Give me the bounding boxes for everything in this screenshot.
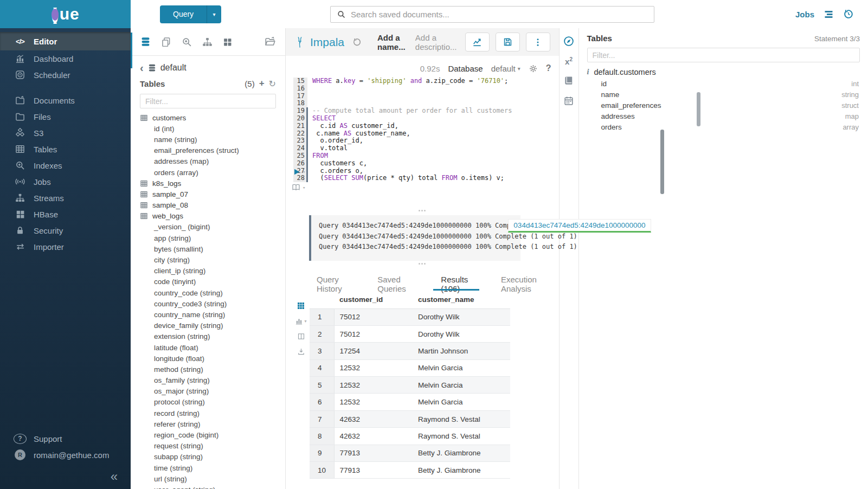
- sidebar-item-importer[interactable]: Importer: [0, 239, 131, 255]
- tree-column-item[interactable]: longitude (float): [140, 353, 285, 364]
- tables-filter-input[interactable]: [140, 94, 276, 108]
- tree-column-item[interactable]: name (string): [140, 134, 285, 145]
- chart-options-caret[interactable]: ▾: [304, 319, 306, 324]
- search-zoom-icon[interactable]: [181, 36, 192, 48]
- chart-view-icon[interactable]: ▾: [295, 317, 306, 325]
- add-table-icon[interactable]: +: [259, 78, 265, 89]
- jobs-list-icon[interactable]: [823, 9, 834, 20]
- sidebar-item-hbase[interactable]: HBase: [0, 206, 131, 222]
- tree-column-item[interactable]: app (string): [140, 233, 285, 243]
- tree-column-item[interactable]: country_code3 (string): [140, 298, 285, 309]
- code-line[interactable]: 22 c.name AS customer_name,: [293, 130, 559, 138]
- tree-column-item[interactable]: latitude (float): [140, 342, 285, 353]
- tree-column-item[interactable]: time (string): [140, 462, 285, 473]
- results-column-header[interactable]: customer_id: [334, 292, 413, 309]
- code-line[interactable]: 24 v.total: [293, 145, 559, 152]
- active-table-name[interactable]: default.customers: [594, 68, 655, 76]
- code-line[interactable]: 26 customers c,: [293, 160, 559, 168]
- tree-column-item[interactable]: client_ip (string): [140, 266, 285, 276]
- sidebar-item-streams[interactable]: Streams: [0, 190, 131, 206]
- tree-table-item[interactable]: sample_08: [140, 200, 285, 211]
- tree-column-item[interactable]: request (string): [140, 441, 285, 452]
- history-icon[interactable]: [843, 9, 854, 20]
- language-reference-icon[interactable]: [563, 75, 574, 86]
- sidebar-item-s3[interactable]: S3: [0, 125, 131, 141]
- columns-view-icon[interactable]: [297, 332, 305, 340]
- sidebar-item-scheduler[interactable]: Scheduler: [0, 67, 131, 83]
- new-query-button[interactable]: Query ▾: [160, 5, 221, 23]
- resize-handle-top[interactable]: [286, 208, 559, 214]
- tree-table-item[interactable]: k8s_logs: [140, 178, 285, 189]
- editor-scrollbar[interactable]: [660, 130, 664, 194]
- code-line[interactable]: 16: [293, 85, 559, 93]
- run-query-button[interactable]: ▾: [292, 168, 305, 176]
- sidebar-item-indexes[interactable]: Indexes: [0, 157, 131, 173]
- documents-source-icon[interactable]: [160, 36, 172, 48]
- info-icon[interactable]: i: [587, 68, 589, 76]
- databases-source-icon[interactable]: [140, 36, 151, 48]
- right-column-item[interactable]: idint: [587, 78, 860, 89]
- sitemap-icon[interactable]: [202, 36, 213, 48]
- code-line[interactable]: 23 o.order_id,: [293, 137, 559, 145]
- code-line[interactable]: 25FROM: [293, 152, 559, 160]
- sql-editor[interactable]: 15WHERE a.key = 'shipping' and a.zip_cod…: [286, 78, 559, 208]
- folder-open-icon[interactable]: [264, 36, 276, 48]
- code-line[interactable]: 18: [293, 100, 559, 107]
- tree-column-item[interactable]: url (string): [140, 473, 285, 484]
- sidebar-item-dashboard[interactable]: Dashboard: [0, 50, 131, 67]
- hue-logo[interactable]: ()ue: [51, 4, 79, 24]
- tree-column-item[interactable]: id (int): [140, 123, 285, 134]
- functions-icon[interactable]: x2: [565, 56, 573, 66]
- code-line[interactable]: 21 c.id AS customer_id,: [293, 123, 559, 130]
- global-search[interactable]: [330, 6, 654, 23]
- query-name-field[interactable]: Add a name...: [377, 33, 407, 52]
- query-id-link[interactable]: 034d413ec7474ed5:4249de1000000000: [508, 219, 651, 233]
- apps-grid-icon[interactable]: [222, 37, 233, 47]
- sidebar-item-tables[interactable]: Tables: [0, 141, 131, 157]
- sidebar-item-jobs[interactable]: Jobs: [0, 173, 131, 190]
- code-line[interactable]: 15WHERE a.key = 'shipping' and a.zip_cod…: [293, 78, 559, 85]
- grid-view-icon[interactable]: [297, 301, 305, 310]
- save-button[interactable]: [496, 33, 520, 52]
- resize-handle-bottom[interactable]: [286, 261, 559, 267]
- tree-column-item[interactable]: method (string): [140, 364, 285, 375]
- tree-column-item[interactable]: protocol (string): [140, 397, 285, 408]
- tab-saved-queries[interactable]: Saved Queries: [363, 269, 426, 292]
- sidebar-item-support[interactable]: ? Support: [0, 430, 131, 447]
- code-line[interactable]: 19-- Compute total amount per order for …: [293, 107, 559, 115]
- more-actions-button[interactable]: [526, 33, 550, 52]
- tree-column-item[interactable]: os_family (string): [140, 375, 285, 386]
- tree-table-item[interactable]: web_logs: [140, 211, 285, 222]
- tree-column-item[interactable]: city (string): [140, 254, 285, 265]
- download-icon[interactable]: [297, 348, 305, 356]
- right-column-item[interactable]: ordersarray: [587, 122, 860, 133]
- tree-column-item[interactable]: email_preferences (struct): [140, 145, 285, 156]
- sidebar-item-editor[interactable]: </>Editor: [0, 32, 131, 50]
- sidebar-item-files[interactable]: Files: [0, 108, 131, 125]
- schedule-icon[interactable]: [563, 95, 574, 106]
- database-breadcrumb[interactable]: ‹ default: [131, 56, 285, 73]
- tree-table-item[interactable]: sample_07: [140, 189, 285, 200]
- tab-query-history[interactable]: Query History: [302, 269, 363, 292]
- tree-column-item[interactable]: user_agent (string): [140, 484, 285, 489]
- tree-column-item[interactable]: os_major (string): [140, 386, 285, 397]
- help-icon[interactable]: ?: [546, 63, 551, 73]
- left-assist-scroll-indicator[interactable]: [131, 33, 132, 68]
- tree-column-item[interactable]: referer (string): [140, 419, 285, 429]
- query-button-label[interactable]: Query: [160, 5, 207, 23]
- results-column-header[interactable]: customer_name: [413, 292, 510, 309]
- jobs-link[interactable]: Jobs: [795, 10, 814, 19]
- tree-column-item[interactable]: bytes (smallint): [140, 243, 285, 254]
- active-table-entry[interactable]: i default.customers: [587, 68, 860, 76]
- chevron-left-icon[interactable]: ‹: [140, 64, 144, 72]
- database-name[interactable]: default: [160, 63, 187, 73]
- settings-gear-icon[interactable]: [529, 64, 538, 73]
- tree-column-item[interactable]: subapp (string): [140, 452, 285, 462]
- explain-options-caret[interactable]: ▾: [303, 185, 305, 190]
- right-column-item[interactable]: addressesmap: [587, 111, 860, 122]
- tree-column-item[interactable]: device_family (string): [140, 320, 285, 331]
- run-options-caret[interactable]: ▾: [303, 169, 305, 175]
- tree-column-item[interactable]: record (string): [140, 408, 285, 419]
- collapse-sidebar-button[interactable]: «: [0, 463, 131, 485]
- code-line[interactable]: 27 c.orders o,: [293, 168, 559, 175]
